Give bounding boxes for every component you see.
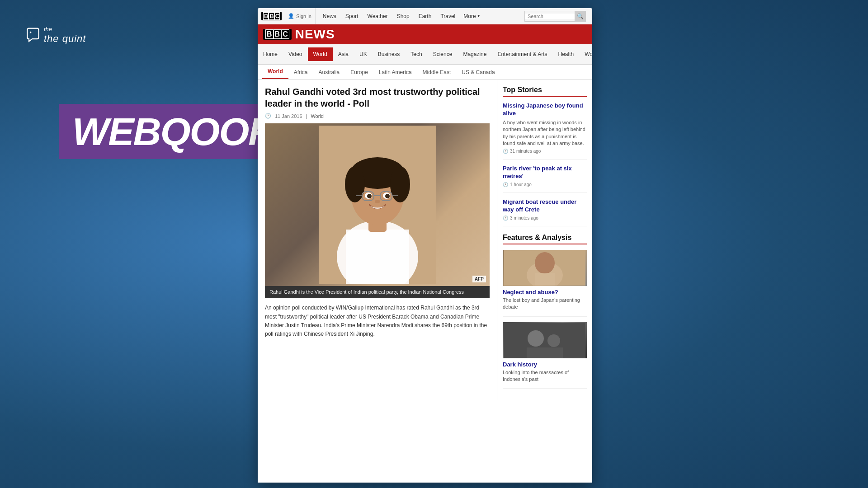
quint-logo[interactable]: the the quint: [25, 25, 86, 45]
feature-desc-2: Looking into the massacres of Indonesia'…: [503, 369, 587, 383]
clock-icon-3: 🕐: [503, 216, 508, 221]
main-nav-science[interactable]: Science: [428, 47, 458, 61]
story-item-1: Missing Japanese boy found alive A boy w…: [503, 102, 587, 160]
top-nav-more[interactable]: More ▼: [460, 8, 484, 24]
more-label: More: [463, 13, 476, 19]
story-desc-1: A boy who went missing in woods in north…: [503, 119, 587, 147]
top-nav-links: News Sport Weather Shop Earth Travel Mor…: [318, 8, 524, 24]
article-date: 11 Jan 2016: [275, 113, 302, 119]
article-headline: Rahul Gandhi voted 3rd most trustworthy …: [265, 86, 490, 109]
quint-brand-text: the the quint: [44, 25, 86, 45]
feature-title-1[interactable]: Neglect and abuse?: [503, 289, 587, 296]
bbc-main-nav: Home Video World Asia UK Business Tech S…: [258, 44, 592, 65]
chevron-down-icon: ▼: [477, 14, 481, 18]
quint-logo-icon: [25, 27, 41, 43]
bbc-article: Rahul Gandhi voted 3rd most trustworthy …: [258, 80, 497, 400]
main-nav-business[interactable]: Business: [373, 47, 406, 61]
feature-img-1-illustration: [504, 250, 585, 286]
subnav-us-canada[interactable]: US & Canada: [456, 66, 500, 79]
article-body: An opinion poll conducted by WIN/Gallup …: [265, 298, 490, 338]
main-nav-magazine[interactable]: Magazine: [458, 47, 492, 61]
story-item-2: Paris river 'to peak at six metres' 🕐 1 …: [503, 165, 587, 193]
search-icon: 🔍: [577, 13, 584, 19]
separator: |: [306, 113, 307, 119]
feature-image-1: [503, 250, 587, 286]
search-box: 🔍: [524, 11, 586, 22]
image-caption: Rahul Gandhi is the Vice President of In…: [265, 286, 490, 298]
top-nav-sport[interactable]: Sport: [341, 8, 363, 24]
article-section: World: [311, 113, 324, 119]
bbc-logo[interactable]: BBC: [261, 12, 282, 20]
main-nav-video[interactable]: Video: [283, 47, 307, 61]
svg-point-11: [385, 194, 390, 198]
subnav-australia[interactable]: Australia: [313, 66, 345, 79]
svg-point-25: [547, 334, 560, 347]
subnav-africa[interactable]: Africa: [288, 66, 313, 79]
feature-title-2[interactable]: Dark history: [503, 361, 587, 368]
article-image-container: AFP Rahul Gandhi is the Vice President o…: [265, 123, 490, 298]
webqoof-text: WEBQOOF: [72, 112, 271, 151]
bbc-logo-header[interactable]: BBC: [263, 29, 292, 40]
main-nav-tech[interactable]: Tech: [405, 47, 427, 61]
main-nav-asia[interactable]: Asia: [333, 47, 354, 61]
user-icon: 👤: [288, 13, 294, 19]
feature-item-1: Neglect and abuse? The lost boy and Japa…: [503, 250, 587, 317]
feature-image-2: [503, 322, 587, 358]
story-time-1: 🕐 31 minutes ago: [503, 149, 587, 154]
subnav-europe[interactable]: Europe: [345, 66, 373, 79]
main-nav-world[interactable]: World: [308, 47, 333, 61]
top-nav-weather[interactable]: Weather: [363, 8, 392, 24]
top-nav-news[interactable]: News: [318, 8, 341, 24]
search-button[interactable]: 🔍: [575, 11, 585, 22]
subnav-latin-america[interactable]: Latin America: [373, 66, 417, 79]
svg-point-20: [535, 252, 555, 274]
main-nav-home[interactable]: Home: [258, 47, 283, 61]
bbc-news-title: NEWS: [295, 27, 335, 42]
clock-icon-2: 🕐: [503, 182, 508, 187]
bbc-subnav: World Africa Australia Europe Latin Amer…: [258, 65, 592, 80]
svg-rect-21: [535, 273, 555, 286]
bbc-browser-window: BBC 👤 Sign in News Sport Weather Shop Ea…: [258, 8, 592, 483]
story-title-3[interactable]: Migrant boat rescue under way off Crete: [503, 198, 587, 214]
svg-point-17: [375, 200, 380, 203]
article-person-illustration: [319, 126, 436, 284]
search-input[interactable]: [525, 14, 575, 19]
top-nav-travel[interactable]: Travel: [436, 8, 460, 24]
article-meta: 🕐 11 Jan 2016 | World: [265, 113, 490, 119]
main-nav-worldnewstv[interactable]: World News TV: [579, 47, 592, 61]
top-nav-shop[interactable]: Shop: [392, 8, 414, 24]
subnav-middle-east[interactable]: Middle East: [417, 66, 457, 79]
afp-badge: AFP: [472, 276, 486, 282]
feature-desc-1: The lost boy and Japan's parenting debat…: [503, 297, 587, 311]
svg-point-10: [367, 194, 372, 198]
webqoof-banner: WEBQOOF: [59, 104, 289, 159]
main-nav-uk[interactable]: UK: [354, 47, 373, 61]
bbc-content: Rahul Gandhi voted 3rd most trustworthy …: [258, 80, 592, 400]
bbc-topnav: BBC 👤 Sign in News Sport Weather Shop Ea…: [258, 8, 592, 24]
story-item-3: Migrant boat rescue under way off Crete …: [503, 198, 587, 226]
story-title-2[interactable]: Paris river 'to peak at six metres': [503, 165, 587, 180]
sign-in-label: Sign in: [296, 14, 311, 19]
main-nav-entertainment[interactable]: Entertainment & Arts: [492, 47, 552, 61]
story-title-1[interactable]: Missing Japanese boy found alive: [503, 102, 587, 117]
top-nav-earth[interactable]: Earth: [414, 8, 436, 24]
feature-img-2-illustration: [504, 323, 585, 358]
bbc-sidebar: Top Stories Missing Japanese boy found a…: [497, 80, 592, 400]
clock-icon: 🕐: [265, 113, 271, 119]
feature-item-2: Dark history Looking into the massacres …: [503, 322, 587, 389]
features-section: Features & Analysis Neglect and abuse? T…: [503, 234, 587, 389]
svg-point-24: [528, 330, 544, 347]
article-image: AFP: [265, 123, 490, 286]
top-stories-title: Top Stories: [503, 86, 587, 97]
sign-in-button[interactable]: 👤 Sign in: [284, 8, 316, 24]
story-time-2: 🕐 1 hour ago: [503, 182, 587, 187]
svg-rect-2: [346, 230, 409, 284]
features-title: Features & Analysis: [503, 234, 587, 244]
svg-rect-26: [527, 347, 563, 358]
story-time-3: 🕐 3 minutes ago: [503, 216, 587, 221]
subnav-world[interactable]: World: [262, 65, 288, 79]
bbc-news-header: BBC NEWS: [258, 24, 592, 44]
main-nav-health[interactable]: Health: [553, 47, 580, 61]
svg-point-7: [390, 166, 410, 202]
clock-icon-1: 🕐: [503, 149, 508, 154]
